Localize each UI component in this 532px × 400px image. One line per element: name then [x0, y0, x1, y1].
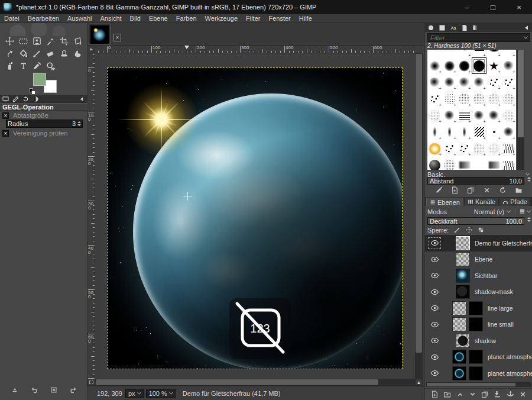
- layer-row-2[interactable]: Sichtbar: [425, 267, 532, 284]
- layer-row-4[interactable]: line large: [425, 300, 532, 317]
- brush-strokev[interactable]: [457, 124, 472, 140]
- unit-dropdown[interactable]: px: [125, 389, 144, 398]
- brush-blank[interactable]: [442, 50, 457, 57]
- brush-hatchd[interactable]: [472, 124, 486, 140]
- merge-layer-button-icon[interactable]: [494, 391, 501, 398]
- brush-dot[interactable]: [486, 124, 501, 140]
- fuzzy-select-tool[interactable]: [44, 35, 57, 47]
- text-tool[interactable]: [17, 60, 30, 72]
- ruler-corner-button[interactable]: [87, 46, 95, 53]
- tab-pfade[interactable]: Pfade: [499, 198, 530, 206]
- menu-bild[interactable]: Bild: [126, 14, 145, 23]
- clone-tool[interactable]: [57, 47, 71, 60]
- paintbrush-tool[interactable]: [30, 47, 44, 60]
- transform-tool[interactable]: [71, 35, 85, 47]
- crop-tool[interactable]: [57, 35, 71, 47]
- brush-line[interactable]: [501, 50, 516, 57]
- layer-mask-thumbnail[interactable]: [469, 301, 483, 315]
- brush-blank[interactable]: [472, 157, 486, 170]
- radius-spinner[interactable]: [77, 121, 81, 126]
- zoom-dropdown[interactable]: 100 %: [146, 389, 176, 398]
- undo-history-tab-icon[interactable]: [22, 96, 29, 102]
- redo-button-icon[interactable]: [70, 386, 77, 393]
- menu-filter[interactable]: Filter: [242, 14, 264, 23]
- quick-mask-button[interactable]: [87, 379, 95, 386]
- raise-layer-button-icon[interactable]: [456, 391, 464, 398]
- color-picker-tool[interactable]: [30, 60, 44, 72]
- brush-sphere[interactable]: [427, 157, 442, 170]
- dockable-menu-icon[interactable]: [79, 96, 85, 102]
- layer-thumbnail[interactable]: [452, 317, 466, 331]
- vertical-scrollbar[interactable]: [415, 53, 423, 379]
- foreground-color-swatch[interactable]: [33, 73, 46, 86]
- visibility-eye-icon[interactable]: [429, 336, 440, 346]
- brush-noise[interactable]: [472, 91, 486, 107]
- layer-thumbnail[interactable]: [456, 285, 470, 299]
- default-colors-icon[interactable]: [29, 88, 36, 95]
- delete-brush-button-icon[interactable]: [483, 186, 491, 194]
- smudge-tool[interactable]: [71, 47, 85, 60]
- airbrush-tool[interactable]: [3, 60, 17, 72]
- brush-speck[interactable]: [442, 91, 457, 107]
- layer-thumbnail[interactable]: [452, 350, 466, 364]
- mode-dropdown[interactable]: Normal (v): [474, 208, 510, 215]
- brush-splat[interactable]: [501, 57, 516, 74]
- brush-smudge[interactable]: [486, 157, 501, 170]
- checkbox-icon[interactable]: [2, 130, 9, 137]
- fonts-tab-icon[interactable]: Aa: [450, 24, 457, 31]
- layer-row-6[interactable]: shadow: [425, 333, 532, 349]
- brush-noise[interactable]: [472, 140, 486, 157]
- lock-alpha-button-icon[interactable]: [478, 227, 484, 233]
- brush-noise[interactable]: [501, 91, 516, 107]
- move-tool[interactable]: [3, 35, 17, 47]
- edit-brush-button-icon[interactable]: [435, 186, 443, 194]
- layer-thumbnail[interactable]: [452, 301, 466, 315]
- menu-ebene[interactable]: Ebene: [145, 14, 172, 23]
- monitor-tab-icon[interactable]: [2, 96, 9, 102]
- radius-field[interactable]: Radius 3: [6, 120, 83, 128]
- brush-blank[interactable]: [427, 50, 442, 57]
- layer-thumbnail[interactable]: [456, 269, 470, 283]
- mode-extra-dropdown[interactable]: [515, 208, 530, 215]
- brush-hatchh[interactable]: [457, 107, 472, 124]
- brush-grass[interactable]: [501, 140, 516, 157]
- lock-pixels-button-icon[interactable]: [454, 227, 460, 233]
- visibility-eye-icon[interactable]: [429, 319, 440, 330]
- brush-dot[interactable]: [457, 50, 472, 57]
- rectangle-select-tool[interactable]: [17, 35, 30, 47]
- brush-bar[interactable]: [472, 50, 486, 57]
- layer-row-3[interactable]: shadow-mask: [425, 284, 532, 301]
- brush-star[interactable]: [486, 57, 501, 74]
- open-brush-button-icon[interactable]: [515, 186, 523, 194]
- menu-ansicht[interactable]: Ansicht: [96, 14, 125, 23]
- opacity-slider[interactable]: Deckkraft 100,0: [427, 217, 524, 225]
- layer-thumbnail[interactable]: [456, 252, 470, 266]
- brush-sparse[interactable]: [457, 140, 472, 157]
- spacing-slider[interactable]: Abstand 10,0: [427, 177, 524, 185]
- warp-tool[interactable]: [3, 47, 17, 60]
- brush-splat[interactable]: [427, 74, 442, 91]
- horizontal-scrollbar[interactable]: [95, 379, 415, 386]
- brush-filter[interactable]: [427, 33, 530, 42]
- brush-glow[interactable]: [427, 140, 442, 157]
- layer-row-7[interactable]: planet atmosphe: [425, 349, 532, 366]
- brush-strokev[interactable]: [442, 124, 457, 140]
- refresh-brushes-button-icon[interactable]: [499, 186, 507, 194]
- close-image-icon[interactable]: [113, 34, 121, 41]
- brush-hardsel[interactable]: [472, 57, 486, 74]
- eraser-tool[interactable]: [44, 47, 57, 60]
- brush-chalk[interactable]: [472, 107, 486, 124]
- save-preset-button-icon[interactable]: [11, 386, 18, 393]
- brush-noise[interactable]: [486, 140, 501, 157]
- brush-chalk[interactable]: [442, 74, 457, 91]
- brush-sparse[interactable]: [442, 140, 457, 157]
- new-layer-button-icon[interactable]: [431, 391, 439, 398]
- canvas-viewport[interactable]: 123: [95, 53, 415, 379]
- brush-soft1[interactable]: [427, 57, 442, 74]
- brush-noise[interactable]: [457, 91, 472, 107]
- title-bar[interactable]: *planet.xcf-1.0 (RGB-Farben 8-Bit-Gamma-…: [0, 0, 532, 14]
- brush-grass[interactable]: [501, 157, 516, 170]
- maximize-button[interactable]: □: [480, 0, 506, 14]
- delete-layer-button-icon[interactable]: [519, 391, 527, 398]
- brush-ellipse[interactable]: [486, 50, 501, 57]
